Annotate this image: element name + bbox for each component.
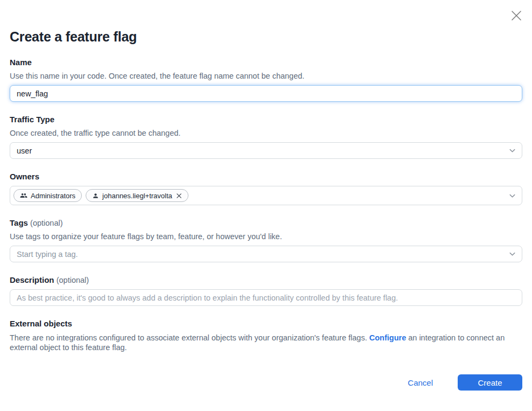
name-label: Name <box>10 58 522 67</box>
owners-select[interactable]: Administrators johannes.liegl+travolta <box>10 186 522 205</box>
traffic-type-field: Traffic Type Once created, the traffic t… <box>10 115 522 159</box>
name-field: Name Use this name in your code. Once cr… <box>10 58 522 102</box>
tags-optional-text: (optional) <box>30 219 62 227</box>
external-objects-field: External objects There are no integratio… <box>10 319 522 352</box>
cancel-button[interactable]: Cancel <box>408 378 433 387</box>
traffic-type-description: Once created, the traffic type cannot be… <box>10 129 522 137</box>
owner-chip-label: johannes.liegl+travolta <box>102 192 172 200</box>
name-description: Use this name in your code. Once created… <box>10 72 522 80</box>
create-feature-flag-modal: Create a feature flag Name Use this name… <box>0 29 532 391</box>
owners-chips: Administrators johannes.liegl+travolta <box>13 189 508 202</box>
traffic-type-label: Traffic Type <box>10 115 522 124</box>
chevron-down-icon <box>508 147 516 155</box>
chevron-down-icon <box>508 192 516 200</box>
owners-label: Owners <box>10 172 522 181</box>
tags-select[interactable]: Start typing a tag. <box>10 246 522 262</box>
group-icon <box>20 192 27 199</box>
name-input[interactable] <box>10 85 522 102</box>
traffic-type-select[interactable]: user <box>10 142 522 159</box>
create-button[interactable]: Create <box>458 374 522 391</box>
owner-chip-user[interactable]: johannes.liegl+travolta <box>86 189 188 202</box>
description-input[interactable] <box>10 289 522 306</box>
owner-chip-administrators[interactable]: Administrators <box>13 189 82 202</box>
external-objects-text-before: There are no integrations configured to … <box>10 333 369 342</box>
traffic-type-selected-value: user <box>17 147 508 155</box>
modal-footer: Cancel Create <box>10 374 522 391</box>
tags-field: Tags (optional) Use tags to organize you… <box>10 219 522 262</box>
tags-description: Use tags to organize your feature flags … <box>10 232 522 241</box>
owner-chip-label: Administrators <box>31 192 75 200</box>
chevron-down-icon <box>508 250 516 258</box>
tags-label: Tags (optional) <box>10 219 522 227</box>
description-field: Description (optional) <box>10 276 522 306</box>
page-title: Create a feature flag <box>10 29 522 45</box>
external-objects-label: External objects <box>10 319 522 328</box>
description-label: Description (optional) <box>10 276 522 284</box>
description-label-text: Description <box>10 275 54 284</box>
external-objects-text: There are no integrations configured to … <box>10 333 522 352</box>
description-optional-text: (optional) <box>57 276 89 284</box>
person-icon <box>92 192 99 199</box>
tags-placeholder: Start typing a tag. <box>17 250 508 259</box>
owners-field: Owners Administrators <box>10 172 522 205</box>
close-icon[interactable] <box>509 8 524 23</box>
configure-link[interactable]: Configure <box>369 333 406 342</box>
tags-label-text: Tags <box>10 218 28 227</box>
remove-owner-icon[interactable] <box>176 193 182 199</box>
